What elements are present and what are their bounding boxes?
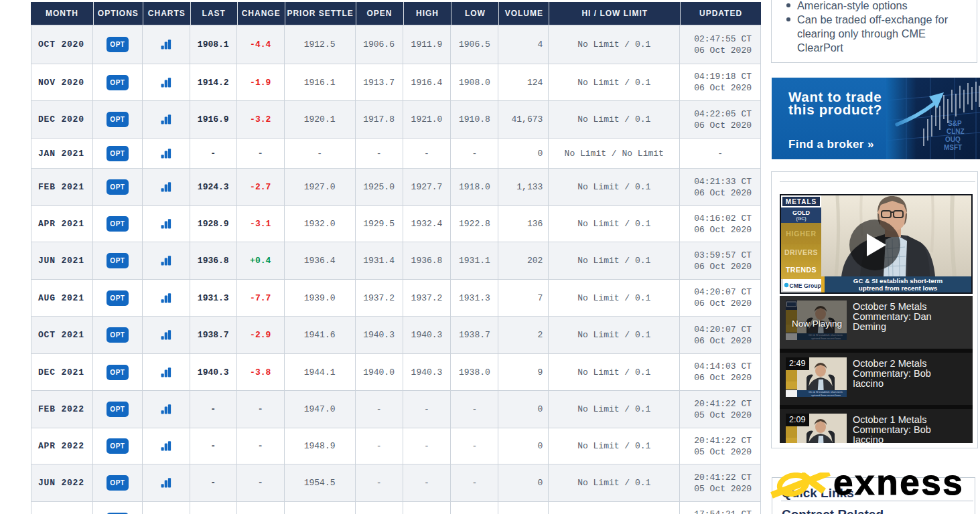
svg-text:S&P: S&P [948,120,962,127]
svg-text:MSFT: MSFT [944,144,962,151]
svg-text:uptrend from recent lows: uptrend from recent lows [811,394,841,397]
svg-text:CME Group: CME Group [789,282,821,289]
svg-text:CLNZ: CLNZ [947,128,965,135]
svg-text:OUQ: OUQ [945,136,961,143]
